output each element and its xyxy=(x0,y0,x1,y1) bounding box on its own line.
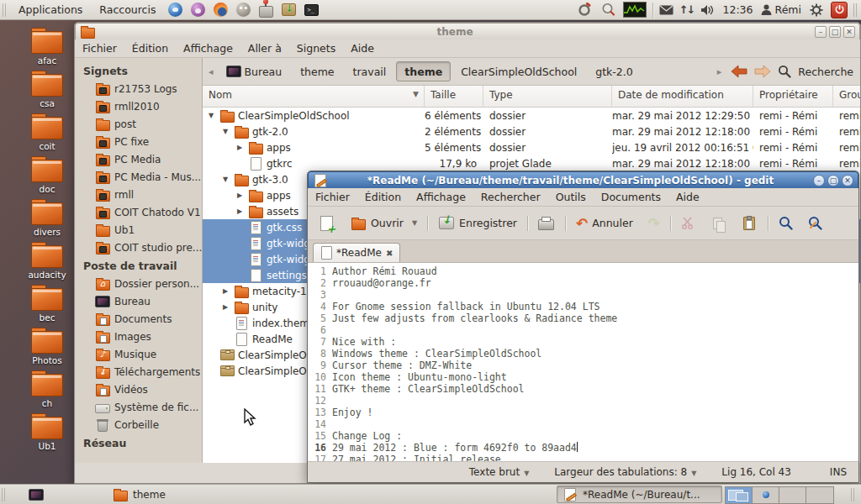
search-icon[interactable] xyxy=(778,65,791,78)
files-menu-signets[interactable]: Signets xyxy=(289,39,343,57)
files-menu--dition[interactable]: Édition xyxy=(124,39,176,57)
terminal-launcher[interactable]: >_ xyxy=(303,1,320,18)
mail-indicator[interactable] xyxy=(659,5,673,15)
sidebar-item-bureau[interactable]: Bureau xyxy=(75,292,202,310)
column-header-date-de-modification[interactable]: Date de modification xyxy=(612,86,753,107)
crumb-bureau[interactable]: Bureau xyxy=(218,61,291,81)
table-row-gtk-2-0[interactable]: ▼gtk-2.02 élémentsdossiermar. 29 mai 201… xyxy=(203,123,860,139)
table-row-apps[interactable]: ▶apps5 élémentsdossierjeu. 19 avril 2012… xyxy=(203,139,860,155)
pidgin-launcher[interactable] xyxy=(189,1,207,18)
sidebar-item-syst-me-de-fic-[interactable]: Système de fic... xyxy=(75,398,202,416)
close-button[interactable]: ✕ xyxy=(843,26,855,38)
editor-menu-outils[interactable]: Outils xyxy=(548,188,594,206)
editor-titlebar[interactable]: *ReadMe (~/Bureau/theme/travail/theme/Cl… xyxy=(308,171,858,188)
desktop-icon-doc[interactable]: doc xyxy=(15,156,79,194)
files-menu-aller-[interactable]: Aller à xyxy=(240,39,289,57)
driver-install-launcher[interactable] xyxy=(257,1,275,18)
tools-applet[interactable] xyxy=(576,1,594,18)
column-header-propri-taire[interactable]: Propriétaire xyxy=(753,86,833,107)
document-tab[interactable]: *ReadMe ✖ xyxy=(313,243,400,262)
panel-grip[interactable] xyxy=(2,488,7,501)
desktop-icon-photos[interactable]: Photos xyxy=(15,328,79,365)
files-menu-fichier[interactable]: Fichier xyxy=(75,39,124,57)
user-menu[interactable]: Rémi xyxy=(761,3,801,16)
column-header-taille[interactable]: Taille xyxy=(425,86,483,107)
system-monitor-applet[interactable] xyxy=(623,2,647,18)
editor-menu-aide[interactable]: Aide xyxy=(668,188,707,206)
files-titlebar[interactable]: theme – □ ✕ xyxy=(75,23,860,39)
sidebar-item-vid-os[interactable]: Vidéos xyxy=(75,381,202,398)
column-header-groupe[interactable]: Groupe xyxy=(833,86,860,107)
search-label[interactable]: Recherche xyxy=(798,66,853,78)
firefox-launcher[interactable] xyxy=(212,1,230,18)
paste-button[interactable] xyxy=(736,213,763,234)
desktop-search-applet[interactable] xyxy=(600,1,617,18)
desktop-icon-ch[interactable]: ch xyxy=(15,370,79,408)
replace-button[interactable] xyxy=(803,213,827,234)
crumb-travail[interactable]: travail xyxy=(345,61,395,81)
volume-indicator[interactable] xyxy=(700,4,716,16)
workspace-2[interactable] xyxy=(753,487,779,503)
sidebar-item-coit-chatodo-v1[interactable]: COIT Chatodo V1 xyxy=(75,203,202,221)
print-button[interactable] xyxy=(533,213,560,234)
expander-open-icon[interactable]: ▼ xyxy=(220,176,230,183)
path-scroll-left[interactable]: ◂ xyxy=(206,65,216,79)
copy-button[interactable] xyxy=(704,213,731,234)
sidebar-item-rmll[interactable]: rmll xyxy=(75,186,202,203)
text-editor-area[interactable]: 1Author Rémi Rouaud2rrouaud@orange.fr34F… xyxy=(308,263,858,461)
sidebar-item-musique[interactable]: Musique xyxy=(75,345,202,363)
redo-button[interactable]: ↷ xyxy=(643,214,665,233)
expander-open-icon[interactable]: ▼ xyxy=(206,112,216,119)
gimp-launcher[interactable] xyxy=(235,1,252,18)
expander-closed-icon[interactable]: ▶ xyxy=(235,207,245,215)
undo-button[interactable]: ↶ Annuler xyxy=(571,213,638,233)
sidebar-item-documents[interactable]: Documents xyxy=(75,310,202,328)
show-desktop-button[interactable] xyxy=(25,487,47,502)
path-scroll-right[interactable]: ▸ xyxy=(715,65,725,79)
taskbar-button-2[interactable]: *ReadMe (~/Bureau/t... xyxy=(557,486,722,503)
sidebar-item-corbeille[interactable]: Corbeille xyxy=(75,416,202,433)
taskbar-button-1[interactable]: theme xyxy=(108,486,555,503)
expander-closed-icon[interactable]: ▶ xyxy=(220,287,230,295)
editor-menu--dition[interactable]: Édition xyxy=(357,188,409,206)
sidebar-item-rmll2010[interactable]: rmll2010 xyxy=(75,97,202,115)
desktop-icon-coit[interactable]: coit xyxy=(15,113,79,151)
back-arrow-icon[interactable] xyxy=(731,65,747,78)
open-dropdown-arrow[interactable]: ▼ xyxy=(412,219,417,227)
places-menu[interactable]: Raccourcis xyxy=(93,2,161,18)
sidebar-item-pc-fixe[interactable]: PC fixe xyxy=(75,133,202,150)
sidebar-item-ub1[interactable]: Ub1 xyxy=(75,221,202,239)
minimize-button[interactable]: – xyxy=(815,26,827,38)
sidebar-item-post[interactable]: post xyxy=(75,115,202,133)
crumb-theme[interactable]: theme xyxy=(292,61,342,81)
cut-button[interactable] xyxy=(676,213,699,233)
close-button[interactable]: ✕ xyxy=(842,175,853,186)
language-selector[interactable]: Texte brut▼ xyxy=(469,466,529,478)
column-header-type[interactable]: Type xyxy=(483,86,612,107)
crumb-theme[interactable]: theme xyxy=(396,61,451,81)
sidebar-item-coit-studio-pre-[interactable]: COIT studio pre... xyxy=(75,239,202,256)
tab-close-icon[interactable]: ✖ xyxy=(386,249,393,258)
table-row-gtkrc[interactable]: gtkrc17,9 koprojet Glademar. 29 mai 2012… xyxy=(203,155,860,171)
find-button[interactable] xyxy=(774,213,798,234)
network-indicator[interactable]: ↑↓ xyxy=(679,3,695,16)
open-button[interactable]: Ouvrir ▼ xyxy=(345,213,422,234)
editor-menu-affichage[interactable]: Affichage xyxy=(409,188,473,206)
desktop-icon-bec[interactable]: bec xyxy=(15,285,79,323)
desktop-icon-csa[interactable]: csa xyxy=(15,71,79,108)
editor-menu-documents[interactable]: Documents xyxy=(594,188,668,206)
files-menu-affichage[interactable]: Affichage xyxy=(176,39,240,57)
panel-grip[interactable] xyxy=(3,3,8,17)
desktop-icon-divers[interactable]: divers xyxy=(15,199,79,237)
sidebar-item-images[interactable]: Images xyxy=(75,328,202,345)
minimize-button[interactable]: – xyxy=(813,175,825,186)
thunderbird-launcher[interactable] xyxy=(166,1,184,18)
package-installer-launcher[interactable] xyxy=(280,1,298,18)
table-row-clearsimpleoldschool[interactable]: ▼ClearSimpleOldSchool6 élémentsdossierma… xyxy=(203,108,860,123)
workspace-1[interactable] xyxy=(726,487,753,503)
save-button[interactable]: Enregistrer xyxy=(433,213,522,234)
expander-closed-icon[interactable]: ▶ xyxy=(220,303,230,311)
workspace-4[interactable] xyxy=(806,487,833,503)
expander-closed-icon[interactable]: ▶ xyxy=(235,192,245,199)
workspace-3[interactable] xyxy=(779,487,806,503)
